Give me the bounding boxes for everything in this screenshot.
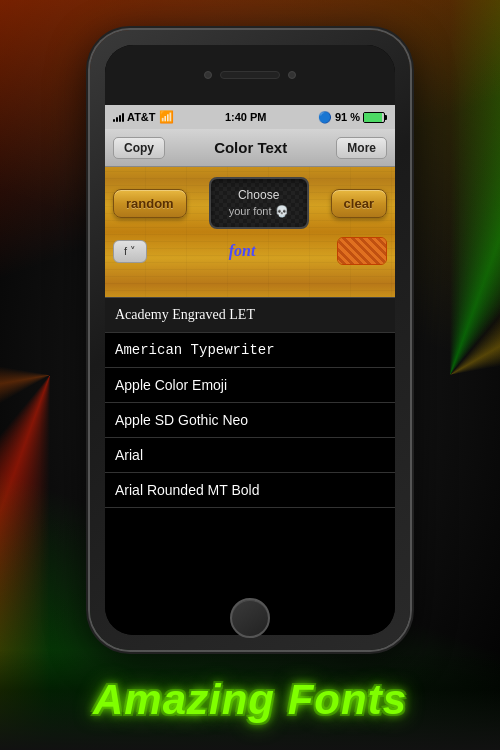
list-item[interactable]: American Typewriter bbox=[105, 333, 395, 368]
tab-f-button[interactable]: f ˅ bbox=[113, 240, 147, 263]
phone-frame: AT&T 📶 1:40 PM 🔵 91 % Copy bbox=[90, 30, 410, 650]
amazing-fonts-label: Amazing Fonts bbox=[93, 676, 407, 724]
signal-bars bbox=[113, 112, 124, 122]
time-display: 1:40 PM bbox=[225, 111, 267, 123]
font-display-line1: Choose bbox=[238, 187, 279, 204]
bluetooth-icon: 🔵 bbox=[318, 111, 332, 124]
tab-font-label[interactable]: font bbox=[221, 238, 264, 264]
list-item[interactable]: Arial Rounded MT Bold bbox=[105, 473, 395, 508]
battery-body bbox=[363, 112, 385, 123]
list-item[interactable]: Apple Color Emoji bbox=[105, 368, 395, 403]
status-bar: AT&T 📶 1:40 PM 🔵 91 % bbox=[105, 105, 395, 129]
battery-cap bbox=[385, 115, 387, 120]
clear-button[interactable]: clear bbox=[331, 189, 387, 218]
wood-row-1: random Choose your font 💀 clear bbox=[113, 177, 387, 229]
bottom-banner: Amazing Fonts bbox=[0, 650, 500, 750]
tab-f-label: f ˅ bbox=[124, 245, 136, 258]
random-button[interactable]: random bbox=[113, 189, 187, 218]
screen-inner: AT&T 📶 1:40 PM 🔵 91 % Copy bbox=[105, 105, 395, 635]
nav-bar: Copy Color Text More bbox=[105, 129, 395, 167]
font-list: Academy Engraved LET American Typewriter… bbox=[105, 297, 395, 635]
phone-top-bar bbox=[105, 45, 395, 105]
status-left: AT&T 📶 bbox=[113, 110, 174, 124]
list-item[interactable]: Apple SD Gothic Neo bbox=[105, 403, 395, 438]
copy-button[interactable]: Copy bbox=[113, 137, 165, 159]
status-right: 🔵 91 % bbox=[318, 111, 387, 124]
wood-row-2: f ˅ font bbox=[113, 237, 387, 265]
color-tab-button[interactable] bbox=[337, 237, 387, 265]
signal-bar-2 bbox=[116, 117, 118, 122]
battery-fill bbox=[364, 113, 382, 122]
color-tab-inner bbox=[338, 238, 386, 264]
nav-title: Color Text bbox=[214, 139, 287, 156]
speaker bbox=[220, 71, 280, 79]
more-button[interactable]: More bbox=[336, 137, 387, 159]
carrier-label: AT&T bbox=[127, 111, 156, 123]
signal-bar-3 bbox=[119, 115, 121, 122]
list-item[interactable]: Arial bbox=[105, 438, 395, 473]
battery-indicator bbox=[363, 112, 387, 123]
signal-bar-1 bbox=[113, 119, 115, 122]
font-display-line2: your font 💀 bbox=[229, 204, 289, 219]
list-item[interactable]: Academy Engraved LET bbox=[105, 297, 395, 333]
wifi-icon: 📶 bbox=[159, 110, 174, 124]
home-button[interactable] bbox=[230, 598, 270, 638]
phone-screen: AT&T 📶 1:40 PM 🔵 91 % Copy bbox=[105, 45, 395, 635]
font-display-box: Choose your font 💀 bbox=[209, 177, 309, 229]
wood-area: random Choose your font 💀 clear f ˅ font bbox=[105, 167, 395, 297]
camera bbox=[204, 71, 212, 79]
camera-right bbox=[288, 71, 296, 79]
battery-percent: 91 % bbox=[335, 111, 360, 123]
signal-bar-4 bbox=[122, 113, 124, 122]
